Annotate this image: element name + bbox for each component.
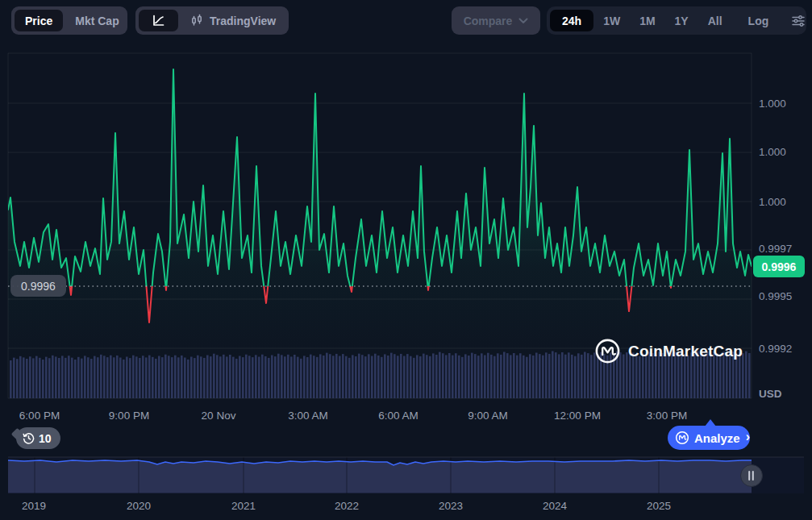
compare-label: Compare xyxy=(464,15,513,27)
chart-style-group: TradingView xyxy=(135,6,289,35)
line-chart-button[interactable] xyxy=(139,10,178,31)
y-tick: 0.9995 xyxy=(759,290,809,302)
recently-viewed-count: 10 xyxy=(39,432,52,445)
nav-year: 2021 xyxy=(219,500,268,512)
range-1m[interactable]: 1M xyxy=(630,10,664,31)
recently-viewed-badge[interactable]: 10 xyxy=(16,427,60,449)
y-tick: 1.000 xyxy=(759,146,809,158)
y-tick: 1.000 xyxy=(759,196,809,208)
y-tick: 0.9992 xyxy=(759,343,809,355)
coinmarketcap-watermark: CoinMarketCap xyxy=(594,338,743,364)
chevron-right-icon: › xyxy=(746,430,750,444)
tab-mkt-cap[interactable]: Mkt Cap xyxy=(65,10,129,31)
cmc-chart-module: Price Mkt Cap TradingView Compare xyxy=(0,0,812,520)
reference-price-badge: 0.9996 xyxy=(10,275,66,297)
navigator[interactable] xyxy=(8,457,804,493)
analyze-button[interactable]: Analyze › xyxy=(668,426,750,450)
coinmarketcap-logo-icon xyxy=(594,338,621,364)
last-price-badge: 0.9996 xyxy=(753,256,805,277)
x-tick: 9:00 PM xyxy=(93,410,165,422)
candlestick-icon xyxy=(190,14,203,28)
x-tick: 20 Nov xyxy=(182,410,255,422)
navigator-handle[interactable] xyxy=(741,465,763,487)
nav-year: 2020 xyxy=(115,500,163,512)
nav-year: 2024 xyxy=(531,500,579,512)
tab-price[interactable]: Price xyxy=(15,10,63,31)
chart-settings-button[interactable] xyxy=(785,10,812,31)
nav-year: 2023 xyxy=(427,500,475,512)
tradingview-label: TradingView xyxy=(210,15,276,27)
nav-year: 2019 xyxy=(10,500,58,512)
x-tick: 6:00 PM xyxy=(3,410,76,422)
range-1y[interactable]: 1Y xyxy=(665,10,698,31)
log-scale-button[interactable]: Log xyxy=(739,10,779,31)
line-chart-icon xyxy=(152,14,165,27)
price-area-fill xyxy=(8,69,752,372)
x-tick: 3:00 PM xyxy=(631,410,703,422)
navigator-area xyxy=(8,460,752,493)
compare-button[interactable]: Compare xyxy=(452,6,540,35)
x-tick: 9:00 AM xyxy=(452,410,524,422)
range-24h[interactable]: 24h xyxy=(550,10,593,31)
history-icon xyxy=(23,432,35,444)
nav-year: 2025 xyxy=(635,500,683,512)
metric-toggle-group: Price Mkt Cap xyxy=(11,6,127,35)
watermark-text: CoinMarketCap xyxy=(628,343,743,360)
sliders-icon xyxy=(791,15,806,27)
time-range-group: 24h 1W 1M 1Y All Log xyxy=(547,6,806,35)
range-all[interactable]: All xyxy=(698,10,732,31)
x-tick: 3:00 AM xyxy=(272,410,344,422)
chevron-down-icon xyxy=(518,18,528,24)
x-tick: 12:00 PM xyxy=(541,410,614,422)
range-1w[interactable]: 1W xyxy=(593,10,630,31)
y-axis-unit: USD xyxy=(759,388,809,400)
cmc-bubble-icon xyxy=(675,431,689,445)
y-tick: 1.000 xyxy=(759,98,809,110)
y-tick: 0.9997 xyxy=(759,243,809,255)
tradingview-button[interactable]: TradingView xyxy=(180,10,286,31)
analyze-label: Analyze xyxy=(694,431,740,445)
nav-year: 2022 xyxy=(323,500,371,512)
x-tick: 6:00 AM xyxy=(362,410,435,422)
